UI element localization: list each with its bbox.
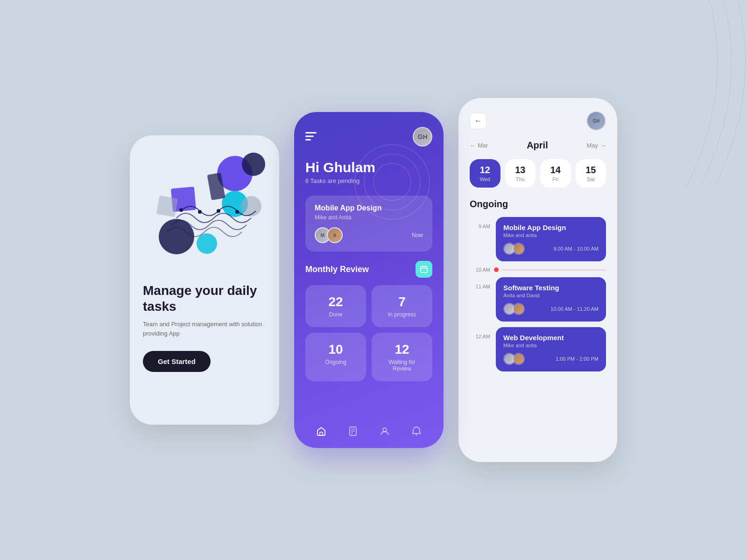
- nav-notifications[interactable]: [411, 426, 422, 439]
- date-14[interactable]: 14 Fri: [540, 159, 571, 188]
- svg-point-6: [197, 233, 217, 254]
- event3-avatar2: [513, 353, 525, 365]
- event2-title: Software Testing: [503, 284, 599, 292]
- svg-rect-19: [421, 266, 427, 273]
- timeline-event-3[interactable]: 12 AM Web Development Mike and anita 1:0…: [470, 327, 606, 371]
- task-avatars: M A: [315, 227, 339, 243]
- event3-subtitle: Mike and anita: [503, 343, 599, 348]
- svg-point-10: [198, 210, 202, 214]
- active-task-card[interactable]: Mobile App Design Mike and Anita M A Now: [305, 196, 432, 252]
- event3-card: Web Development Mike and anita 1:00 PM -…: [496, 327, 606, 371]
- event2-card: Software Testing Anita and David 10.00 A…: [496, 277, 606, 322]
- svg-point-5: [159, 219, 194, 254]
- onboarding-title: Manage your daily tasks: [143, 283, 266, 314]
- svg-point-3: [241, 196, 261, 217]
- avatar-anita: A: [327, 227, 343, 243]
- review-header: Monthly Review: [305, 261, 432, 278]
- timeline: 9 AM Mobile App Design Mike and anita 9.…: [470, 217, 606, 449]
- event3-avatars: [503, 353, 522, 365]
- phone-dashboard: GH Hi Ghulam 6 Tasks are pending Mobile …: [294, 112, 444, 448]
- stat-inprogress-label: In progress: [379, 311, 425, 318]
- nav-profile[interactable]: [380, 426, 390, 439]
- calendar-button[interactable]: [416, 261, 432, 278]
- phone-onboarding: Manage your daily tasks Team and Project…: [130, 135, 279, 425]
- event1-subtitle: Mike and anita: [503, 232, 599, 238]
- event2-avatar2: [513, 303, 525, 315]
- onboarding-subtitle: Team and Project management with solutio…: [143, 320, 266, 338]
- get-started-button[interactable]: Get Started: [143, 351, 211, 372]
- svg-rect-23: [320, 432, 323, 435]
- stat-waiting: 12 Waiting for Review: [372, 333, 432, 381]
- stat-waiting-label: Waiting for Review: [379, 359, 425, 372]
- svg-rect-7: [156, 196, 178, 217]
- bottom-nav: [305, 419, 432, 448]
- task-footer: M A Now: [315, 227, 423, 243]
- dashboard-header: GH: [305, 127, 432, 147]
- user-avatar[interactable]: GH: [413, 127, 432, 147]
- prev-month-button[interactable]: ← Mar: [470, 142, 488, 149]
- event1-avatars: [503, 243, 522, 255]
- phone-calendar: ← GH ← Mar April May → 12 Wed 13 Thu 14 …: [458, 98, 617, 462]
- nav-documents[interactable]: [348, 426, 358, 439]
- calendar-header: ← GH: [470, 111, 606, 131]
- greeting-section: Hi Ghulam 6 Tasks are pending: [305, 160, 432, 184]
- event2-footer: 10.00 AM - 11.20 AM: [503, 303, 599, 315]
- stat-inprogress-number: 7: [379, 294, 425, 309]
- tasks-pending: 6 Tasks are pending: [305, 177, 432, 184]
- event2-subtitle: Anita and David: [503, 293, 599, 298]
- onboarding-text: Manage your daily tasks Team and Project…: [143, 283, 266, 372]
- next-month-button[interactable]: May →: [586, 142, 606, 149]
- back-button[interactable]: ←: [470, 112, 486, 129]
- ongoing-section-title: Ongoing: [470, 199, 606, 210]
- monthly-review-section: Monthly Review 22 Done 7 In progress 10 …: [305, 261, 432, 381]
- date-13[interactable]: 13 Thu: [505, 159, 536, 188]
- svg-point-9: [179, 208, 183, 212]
- event3-title: Web Development: [503, 334, 599, 342]
- event1-footer: 9.00 AM - 10.00 AM: [503, 243, 599, 255]
- svg-point-12: [235, 210, 239, 214]
- svg-rect-17: [305, 136, 314, 137]
- svg-rect-16: [305, 132, 317, 133]
- timeline-event-1[interactable]: 9 AM Mobile App Design Mike and anita 9.…: [470, 217, 606, 261]
- event1-title: Mobile App Design: [503, 224, 599, 231]
- stat-ongoing-number: 10: [313, 342, 359, 357]
- phones-container: Manage your daily tasks Team and Project…: [130, 98, 617, 462]
- event1-time-start: 9 AM: [470, 217, 490, 229]
- nav-home[interactable]: [316, 426, 326, 439]
- stat-waiting-number: 12: [379, 342, 425, 357]
- month-navigation: ← Mar April May →: [470, 140, 606, 151]
- stat-done: 22 Done: [305, 285, 366, 327]
- svg-point-11: [217, 209, 220, 213]
- stats-grid: 22 Done 7 In progress 10 Ongoing 12 Wait…: [305, 285, 432, 381]
- event2-avatars: [503, 303, 522, 315]
- timeline-event-2[interactable]: 11 AM Software Testing Anita and David 1…: [470, 277, 606, 322]
- task-title: Mobile App Design: [315, 204, 423, 212]
- cal-user-avatar: GH: [586, 111, 606, 131]
- stat-inprogress: 7 In progress: [372, 285, 432, 327]
- event2-time-start: 11 AM: [470, 277, 490, 289]
- event3-footer: 1:00 PM - 2:00 PM: [503, 353, 599, 365]
- stat-done-label: Done: [313, 311, 359, 318]
- event2-time-range: 10.00 AM - 11.20 AM: [550, 306, 599, 312]
- svg-rect-18: [305, 139, 311, 140]
- avatar-image: GH: [414, 128, 431, 146]
- event1-card: Mobile App Design Mike and anita 9.00 AM…: [496, 217, 606, 261]
- event1-avatar2: [513, 243, 525, 255]
- review-title: Monthly Review: [305, 265, 369, 274]
- task-members: Mike and Anita: [315, 214, 423, 221]
- event3-time-range: 1:00 PM - 2:00 PM: [556, 356, 599, 362]
- current-month: April: [527, 140, 548, 151]
- art-illustration: [144, 150, 265, 272]
- svg-point-1: [242, 153, 265, 176]
- stat-done-number: 22: [313, 294, 359, 309]
- date-12[interactable]: 12 Wed: [470, 159, 500, 188]
- greeting-name: Hi Ghulam: [305, 160, 432, 175]
- stat-ongoing-label: Ongoing: [313, 359, 359, 365]
- stat-ongoing: 10 Ongoing: [305, 333, 366, 381]
- task-time-badge: Now: [412, 232, 423, 238]
- date-15[interactable]: 15 Sat: [576, 159, 606, 188]
- menu-icon[interactable]: [305, 130, 317, 143]
- event1-time-range: 9.00 AM - 10.00 AM: [553, 246, 599, 252]
- event3-time-start: 12 AM: [470, 327, 490, 339]
- date-selector: 12 Wed 13 Thu 14 Fri 15 Sat: [470, 159, 606, 188]
